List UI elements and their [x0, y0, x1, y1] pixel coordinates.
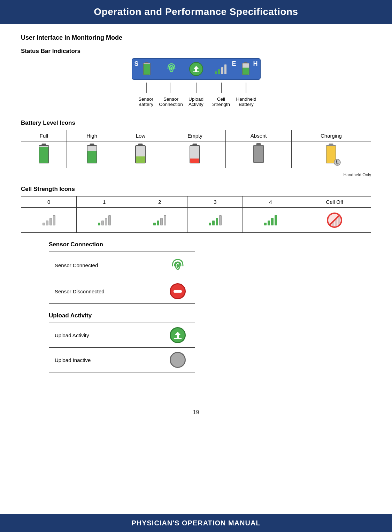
sensor-disconnected-row: Sensor Disconnected: [49, 279, 195, 304]
upload-section: Upload Activity Upload Activity: [21, 312, 371, 372]
sensor-section-title: Sensor Connection: [49, 241, 371, 248]
svg-point-12: [176, 264, 179, 268]
upload-inactive-row: Upload Inactive: [49, 348, 195, 372]
handheld-battery-slot: [236, 60, 255, 78]
page-number: 19: [0, 409, 392, 416]
battery-full-icon: [21, 141, 67, 168]
page-footer: PHYSICIAN'S OPERATION MANUAL: [0, 514, 392, 532]
svg-line-10: [330, 216, 339, 224]
ptr-label-sensor-connection: SensorConnection: [159, 97, 183, 107]
cell-col-2: 2: [132, 196, 187, 208]
cell-strength-table: 0 1 2 3 4 Cell Off: [21, 196, 371, 233]
cell-icon-0: [21, 208, 77, 233]
upload-active-icon: [170, 327, 186, 343]
status-bar-strip: S: [132, 58, 261, 80]
upload-activity-table: Upload Activity Upload Inactive: [49, 323, 195, 372]
upload-section-title: Upload Activity: [49, 312, 371, 319]
upload-activity-slot: [187, 60, 206, 78]
section2-title: Status Bar Indicators: [21, 48, 371, 55]
sensor-connected-icon-cell: [160, 252, 195, 279]
section1-title: User Interface in Monitoring Mode: [21, 34, 371, 41]
battery-high-icon: [67, 141, 117, 168]
upload-active-icon-cell: [160, 323, 195, 348]
cell-icon-3: [187, 208, 243, 233]
ptr-label-sensor-battery: SensorBattery: [134, 97, 158, 107]
cell-section: Cell Strength Icons 0 1 2 3 4 Cell Off: [21, 186, 371, 233]
sensor-disconnected-label: Sensor Disconnected: [49, 279, 160, 304]
cell-icon-4: [243, 208, 298, 233]
svg-point-7: [334, 159, 340, 165]
corner-s-label: S: [134, 60, 139, 68]
battery-col-low: Low: [117, 130, 164, 141]
battery-col-absent: Absent: [226, 130, 292, 141]
battery-empty-icon: [164, 141, 226, 168]
ptr-label-upload-activity: UploadActivity: [184, 97, 208, 107]
corner-h-label: H: [253, 60, 258, 68]
handheld-only-note: Handheld Only: [21, 172, 371, 177]
battery-low-icon: [117, 141, 164, 168]
sensor-connected-icon: [169, 256, 186, 273]
sensor-section: Sensor Connection Sensor Connected: [21, 241, 371, 304]
sensor-connection-table: Sensor Connected Sensor Disconnected: [49, 252, 195, 304]
pointer-lines-svg: [132, 83, 261, 97]
ptr-label-cell-strength: CellStrength: [209, 97, 233, 107]
battery-col-high: High: [67, 130, 117, 141]
upload-active-row: Upload Activity: [49, 323, 195, 348]
svg-rect-9: [338, 160, 338, 163]
cell-off-icon: [298, 208, 371, 233]
cell-col-0: 0: [21, 196, 77, 208]
corner-e-label: E: [232, 60, 236, 68]
upload-inactive-icon: [170, 352, 186, 368]
battery-charging-icon: [291, 141, 371, 168]
upload-inactive-icon-cell: [160, 348, 195, 372]
sensor-disconnected-icon-cell: [160, 279, 195, 304]
battery-col-empty: Empty: [164, 130, 226, 141]
status-bar-diagram: S: [21, 58, 371, 107]
battery-col-full: Full: [21, 130, 67, 141]
svg-point-1: [170, 67, 172, 70]
sensor-connected-row: Sensor Connected: [49, 252, 195, 279]
battery-section: Battery Level Icons Full High Low Empty …: [21, 119, 371, 177]
battery-section-title: Battery Level Icons: [21, 119, 371, 126]
cell-icon-1: [77, 208, 132, 233]
page-header: Operation and Performance Specifications: [0, 0, 392, 24]
cell-col-1: 1: [77, 196, 132, 208]
cell-section-title: Cell Strength Icons: [21, 186, 371, 193]
svg-rect-8: [336, 160, 337, 163]
upload-inactive-label: Upload Inactive: [49, 348, 160, 372]
battery-col-charging: Charging: [291, 130, 371, 141]
cell-strength-slot: [212, 60, 230, 78]
sensor-disconnected-icon: [170, 283, 186, 299]
battery-level-table: Full High Low Empty Absent Charging: [21, 130, 371, 168]
cell-col-4: 4: [243, 196, 298, 208]
cell-col-off: Cell Off: [298, 196, 371, 208]
cell-col-3: 3: [187, 196, 243, 208]
ptr-label-handheld-battery: HandheldBattery: [234, 97, 259, 107]
sensor-battery-slot: [137, 60, 156, 78]
sensor-connected-label: Sensor Connected: [49, 252, 160, 279]
sensor-connection-slot: [162, 60, 181, 78]
battery-absent-icon: [226, 141, 292, 168]
upload-active-label: Upload Activity: [49, 323, 160, 348]
cell-icon-2: [132, 208, 187, 233]
